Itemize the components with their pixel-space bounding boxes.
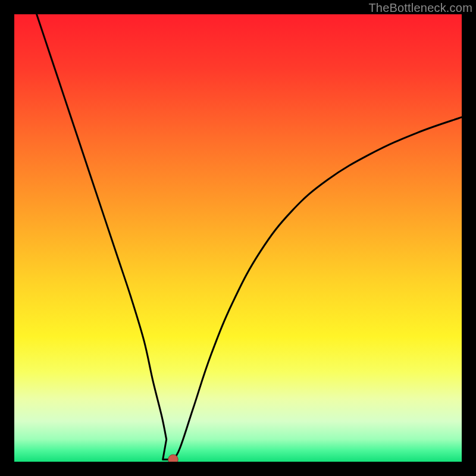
chart-frame (14, 14, 462, 462)
gradient-background (14, 14, 462, 462)
watermark-text: TheBottleneck.com (368, 1, 472, 15)
minimum-marker (168, 455, 178, 462)
bottleneck-plot (14, 14, 462, 462)
